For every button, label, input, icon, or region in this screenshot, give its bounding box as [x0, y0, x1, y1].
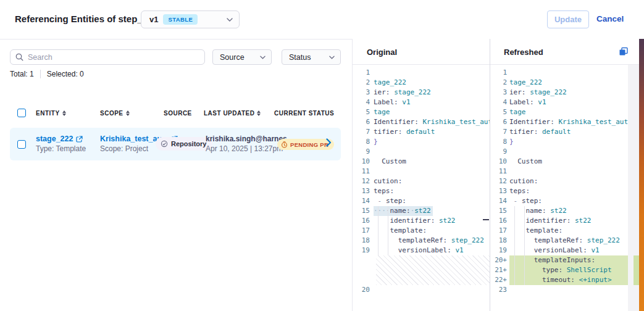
status-badge-label: PENDING PR: [290, 141, 328, 148]
refreshed-code-panel[interactable]: 12tage_2223ier: stage_2224Label: v15tage…: [490, 65, 639, 311]
code-line: 20: [353, 285, 490, 295]
background-page-edge: [639, 39, 644, 311]
line-number: 19: [353, 246, 374, 255]
cancel-button[interactable]: Cancel: [596, 14, 624, 23]
col-entity: ENTITY: [36, 110, 60, 117]
code-line: 15····name:·st22: [353, 206, 490, 216]
line-number: 8: [353, 137, 374, 147]
line-number: 9: [490, 147, 509, 157]
sort-icon[interactable]: [257, 110, 261, 116]
line-number: 6: [490, 117, 509, 127]
line-number: 3: [353, 88, 374, 97]
line-number: 1: [490, 68, 509, 78]
line-number: 4: [353, 97, 374, 107]
line-number: 14: [490, 196, 509, 206]
search-input[interactable]: [28, 53, 199, 62]
chevron-right-icon[interactable]: [326, 138, 332, 147]
code-line: 3ier: stage_222: [353, 88, 490, 97]
line-number: 2: [490, 78, 509, 88]
line-number: 18: [490, 236, 509, 246]
code-line: 17 template:: [353, 226, 490, 236]
update-button[interactable]: Update: [547, 10, 589, 28]
search-box[interactable]: [10, 49, 205, 65]
code-line: 20+ templateInputs:: [490, 255, 628, 265]
line-number: 2: [353, 78, 374, 88]
added-lines-marker: [634, 255, 639, 285]
line-number: 13: [353, 186, 374, 196]
status-filter-label: Status: [289, 53, 311, 62]
chevron-down-icon: [227, 18, 233, 22]
status-filter-dropdown[interactable]: Status: [282, 49, 341, 65]
table-header: ENTITY SCOPE SOURCE LAST UPDATED CURRENT…: [0, 109, 349, 121]
line-number: 10: [490, 157, 509, 167]
line-number: 23: [490, 285, 509, 295]
code-line: 9: [490, 147, 628, 157]
code-line: 12cution:: [353, 176, 490, 186]
line-number: 21+: [490, 265, 509, 275]
referencing-entities-drawer: Referencing Entities of step_222 v1 STAB…: [0, 0, 644, 311]
code-line: 8}: [490, 137, 628, 147]
line-number: 20+: [490, 255, 509, 265]
version-select[interactable]: v1 STABLE: [141, 10, 240, 28]
line-number: 16: [490, 216, 509, 226]
counts-bar: Total: 1 Selected: 0: [10, 70, 84, 78]
code-line: 13teps:: [490, 186, 628, 196]
indent-guide: [524, 206, 525, 285]
code-line: 10 Custom: [490, 157, 628, 167]
version-value: v1: [149, 15, 158, 24]
search-icon: [15, 53, 23, 61]
code-line: 12cution:: [490, 176, 628, 186]
code-line: 7tifier: default: [490, 127, 628, 137]
select-all-checkbox[interactable]: [17, 109, 26, 117]
indent-guide: [388, 206, 388, 255]
scroll-marker: [483, 219, 489, 220]
sort-icon[interactable]: [62, 110, 66, 116]
code-line: 2tage_222: [353, 78, 490, 88]
line-number: 4: [490, 97, 509, 107]
chevron-down-icon: [329, 56, 335, 59]
indent-guide: [514, 206, 515, 285]
code-line: 19 versionLabel: v1: [490, 246, 628, 255]
source-filter-dropdown[interactable]: Source: [212, 49, 272, 65]
code-line: 5tage: [490, 107, 628, 117]
code-line: 5tage: [353, 107, 490, 117]
entity-link[interactable]: stage_222: [36, 135, 73, 143]
sort-icon[interactable]: [126, 110, 130, 116]
code-line: 16 identifier: st22: [490, 216, 628, 226]
line-number: 5: [490, 107, 509, 117]
pending-clock-icon: [281, 141, 288, 148]
line-number: 11: [353, 167, 374, 176]
counts-divider: [40, 70, 41, 78]
code-line: 15 name: st22: [490, 206, 628, 216]
entity-type: Type: Template: [36, 144, 86, 153]
code-line: 10 Custom: [353, 157, 490, 167]
col-current-status: CURRENT STATUS: [274, 110, 334, 117]
code-line: 21+ type: ShellScript: [490, 265, 628, 275]
line-number: 5: [353, 107, 374, 117]
table-row[interactable]: stage_222 Type: Template Krishika_test_a…: [10, 128, 341, 160]
code-line: 2tage_222: [490, 78, 628, 88]
row-checkbox[interactable]: [17, 140, 26, 149]
yaml-diff-view: Original Refreshed 12tage_2223ier: stage…: [353, 39, 639, 311]
copy-icon[interactable]: [619, 47, 629, 57]
source-filter-label: Source: [220, 53, 245, 62]
code-line: 13teps:: [353, 186, 490, 196]
code-line: 18 templateRef: step_222: [490, 236, 628, 246]
original-code-panel[interactable]: 12tage_2223ier: stage_2224Label: v15tage…: [353, 65, 490, 311]
code-line: 4Label: v1: [490, 97, 628, 107]
source-badge-label: Repository: [171, 140, 206, 147]
external-link-icon[interactable]: [76, 136, 83, 143]
code-line: 7tifier: default: [353, 127, 490, 137]
line-number: 1: [353, 68, 374, 78]
code-line: 18 templateRef: step_222: [353, 236, 490, 246]
line-number: 18: [353, 236, 374, 246]
code-line: 19 versionLabel: v1: [353, 246, 490, 255]
line-number: 12: [490, 176, 509, 186]
overview-ruler[interactable]: [628, 65, 639, 311]
line-number: 10: [353, 157, 374, 167]
code-line: 14 - step:: [353, 196, 490, 206]
line-number: 11: [490, 167, 509, 176]
line-number: 3: [490, 88, 509, 97]
line-number: 14: [353, 196, 374, 206]
diff-header: Original Refreshed: [353, 39, 639, 65]
